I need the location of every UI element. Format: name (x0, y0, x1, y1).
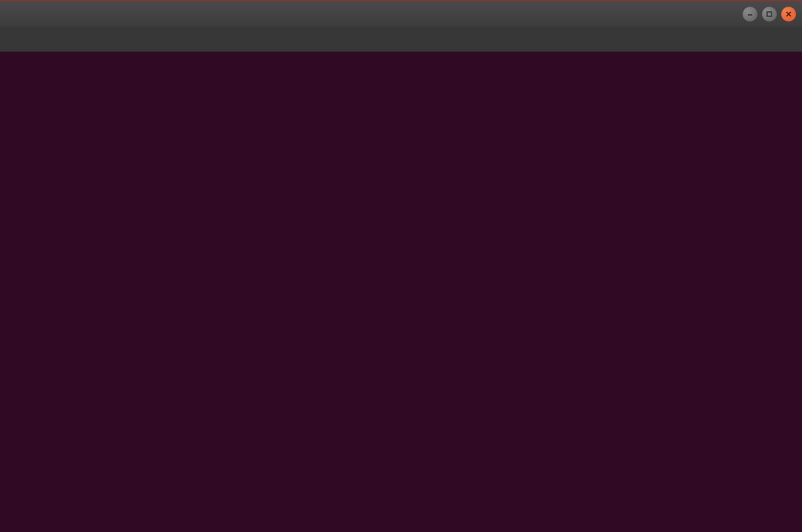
maximize-icon (766, 10, 773, 18)
terminal-area[interactable] (0, 52, 802, 532)
menu-file[interactable] (4, 36, 22, 42)
menu-view[interactable] (46, 36, 64, 42)
terminal-window (0, 0, 802, 532)
menu-help[interactable] (108, 36, 126, 42)
window-controls (743, 7, 796, 22)
menubar (0, 27, 802, 52)
close-icon (785, 10, 792, 18)
minimize-icon (746, 10, 754, 18)
titlebar (0, 0, 802, 27)
svg-rect-1 (767, 12, 772, 16)
menu-edit[interactable] (25, 36, 43, 42)
menu-search[interactable] (67, 36, 85, 42)
menu-terminal[interactable] (88, 36, 105, 42)
maximize-button[interactable] (762, 7, 777, 22)
close-button[interactable] (781, 7, 796, 22)
minimize-button[interactable] (743, 7, 757, 22)
